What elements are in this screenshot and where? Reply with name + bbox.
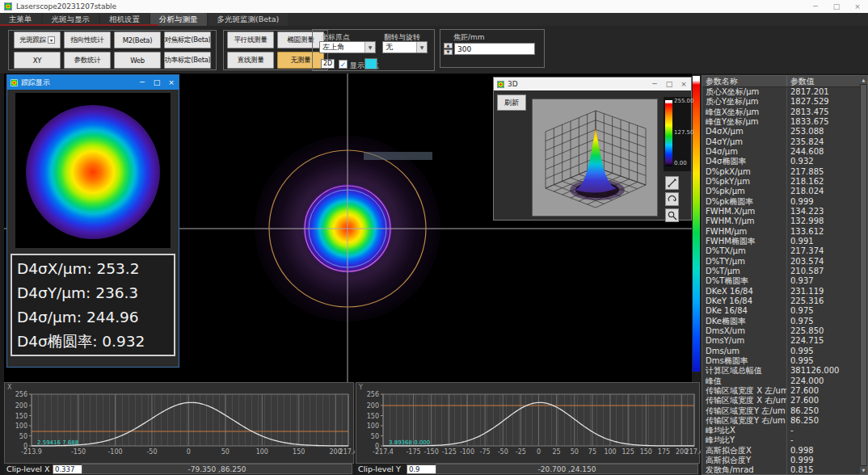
chevron-down-icon[interactable]: ▼ bbox=[364, 42, 375, 53]
clip-status-x: Clip-level X -79.350 ,86.250 bbox=[4, 464, 354, 475]
chevron-down-icon[interactable]: ▾ bbox=[48, 36, 55, 44]
table-row[interactable]: 峰值224.000 bbox=[702, 376, 860, 386]
table-row[interactable]: D4σX/μm253.088 bbox=[702, 127, 860, 137]
table-row[interactable]: DKe 16/840.975 bbox=[702, 306, 860, 316]
table-row[interactable]: 质心X坐标/μm2817.201 bbox=[702, 87, 860, 97]
table-row[interactable]: D4σ/μm244.608 bbox=[702, 147, 860, 157]
three-d-window: 3D ─ □ × 刷新 bbox=[493, 77, 692, 221]
param-value: 381126.000 bbox=[786, 366, 860, 376]
close-icon[interactable]: × bbox=[676, 78, 691, 90]
svg-text:-175: -175 bbox=[406, 448, 420, 456]
table-row[interactable]: DmsY/um224.715 bbox=[702, 336, 860, 346]
measure-button-0[interactable]: 平行线测量 bbox=[227, 32, 274, 48]
analysis-button-1[interactable]: 指向性统计 bbox=[64, 32, 111, 48]
svg-text:200: 200 bbox=[15, 402, 27, 410]
table-row[interactable]: D%pk椭圆率0.999 bbox=[702, 197, 860, 207]
table-row[interactable]: 传输区域宽度Y 右/um86.250 bbox=[702, 416, 860, 426]
pan-tool-button[interactable] bbox=[665, 176, 679, 190]
close-icon[interactable]: × bbox=[164, 75, 179, 90]
table-row[interactable]: DmsX/um225.850 bbox=[702, 326, 860, 336]
refresh-button[interactable]: 刷新 bbox=[497, 95, 526, 111]
analysis-button-5[interactable]: 参数统计 bbox=[64, 52, 111, 69]
table-row[interactable]: D4σ椭圆率0.932 bbox=[702, 157, 860, 166]
table-row[interactable]: D%TX/μm217.374 bbox=[702, 246, 860, 256]
table-row[interactable]: 高斯拟合度X0.998 bbox=[702, 446, 860, 456]
minimize-icon[interactable]: ─ bbox=[805, 0, 826, 13]
profile-chart-x[interactable]: X -213.9-150-100-50050100150200217.42562… bbox=[4, 382, 354, 464]
param-value: 2817.201 bbox=[786, 87, 860, 97]
analysis-button-3[interactable]: 对焦标定(Beta) bbox=[164, 32, 211, 48]
table-row[interactable]: 峰值Y坐标/μm1833.675 bbox=[702, 117, 860, 127]
rotate-tool-button[interactable] bbox=[665, 192, 679, 206]
scroll-up-icon[interactable]: ▲ bbox=[860, 76, 867, 84]
svg-text:100: 100 bbox=[367, 422, 379, 430]
table-row[interactable]: FWHM/μm133.612 bbox=[702, 227, 860, 237]
maximize-icon[interactable]: □ bbox=[662, 78, 676, 90]
tab-4[interactable]: 多光斑监测(Beta) bbox=[209, 13, 289, 26]
origin-select[interactable]: 左上角 ▼ bbox=[319, 41, 376, 53]
table-row[interactable]: FWHM椭圆率0.991 bbox=[702, 237, 860, 246]
table-row[interactable]: 质心Y坐标/μm1827.529 bbox=[702, 97, 860, 107]
param-name: Dms/um bbox=[702, 347, 786, 356]
table-row[interactable]: 峰均比Y- bbox=[702, 435, 860, 445]
table-row[interactable]: FWHM.X/μm134.223 bbox=[702, 207, 860, 216]
table-row[interactable]: D%T椭圆率0.937 bbox=[702, 276, 860, 286]
table-row[interactable]: D%pkY/μm218.162 bbox=[702, 177, 860, 187]
close-icon[interactable]: × bbox=[847, 0, 868, 13]
param-name: 传输区域宽度Y 右/um bbox=[702, 416, 786, 426]
table-row[interactable]: DKeY 16/84225.316 bbox=[702, 296, 860, 306]
scrollbar-thumb[interactable] bbox=[861, 85, 866, 465]
table-row[interactable]: 传输区域宽度 X 右/um27.600 bbox=[702, 396, 860, 406]
tab-3[interactable]: 分析与测量 bbox=[150, 13, 207, 26]
table-row[interactable]: 高斯拟合度Y0.999 bbox=[702, 456, 860, 465]
param-name: 高斯拟合度Y bbox=[702, 456, 786, 465]
table-row[interactable]: D%TY/μm203.574 bbox=[702, 257, 860, 267]
table-row[interactable]: D4σY/μm235.824 bbox=[702, 137, 860, 147]
table-row[interactable]: 峰值X坐标/μm2813.475 bbox=[702, 107, 860, 117]
metric-line-2: D4σ/μm: 244.96 bbox=[17, 305, 169, 330]
table-row[interactable]: DKeX 16/84231.119 bbox=[702, 287, 860, 296]
scroll-down-icon[interactable]: ▼ bbox=[860, 466, 867, 474]
analysis-button-2[interactable]: M2(Beta) bbox=[114, 32, 161, 48]
flip-select[interactable]: 无 ▼ bbox=[382, 41, 428, 53]
table-row[interactable]: 传输区域宽度Y 左/um86.250 bbox=[702, 406, 860, 416]
param-name-header[interactable]: 参数名称 bbox=[702, 76, 786, 86]
profile-chart-y[interactable]: Y -217.4-175-150-125-100-75-50-250255075… bbox=[356, 382, 700, 464]
table-row[interactable]: FWHM.Y/μm132.998 bbox=[702, 216, 860, 226]
svg-text:125: 125 bbox=[622, 448, 634, 456]
beam-icon bbox=[497, 81, 504, 88]
maximize-icon[interactable]: □ bbox=[150, 75, 164, 90]
analysis-button-6[interactable]: Web bbox=[114, 52, 161, 69]
maximize-icon[interactable]: □ bbox=[826, 0, 847, 13]
table-row[interactable]: DKe椭圆率0.975 bbox=[702, 317, 860, 326]
dimension-toggle[interactable]: 2D bbox=[321, 59, 335, 69]
analysis-button-0[interactable]: 光斑跟踪▾ bbox=[14, 32, 61, 48]
table-row[interactable]: Dms/um0.995 bbox=[702, 347, 860, 356]
analysis-button-4[interactable]: XY bbox=[14, 52, 61, 69]
analysis-button-7[interactable]: 功率标定(Beta) bbox=[164, 52, 211, 69]
table-row[interactable]: D%pk/μm218.024 bbox=[702, 187, 860, 196]
table-row[interactable]: D%T/μm210.587 bbox=[702, 267, 860, 276]
tracking-window-titlebar[interactable]: 跟踪显示 ─ □ × bbox=[7, 75, 179, 90]
table-row[interactable]: 峰均比X- bbox=[702, 426, 860, 435]
param-name: FWHM椭圆率 bbox=[702, 237, 786, 246]
focal-spinner[interactable]: ▲▼ bbox=[444, 43, 453, 55]
table-row[interactable]: D%pkX/μm217.885 bbox=[702, 167, 860, 177]
table-row[interactable]: 计算区域总幅值381126.000 bbox=[702, 366, 860, 376]
table-row[interactable]: 传输区域宽度 X 左/um27.600 bbox=[702, 386, 860, 396]
show-origin-checkbox[interactable]: ✓ bbox=[339, 60, 348, 69]
param-name: DKe椭圆率 bbox=[702, 317, 786, 326]
minimize-icon[interactable]: ─ bbox=[647, 78, 662, 90]
table-row[interactable]: Dms椭圆率0.995 bbox=[702, 356, 860, 366]
minimize-icon[interactable]: ─ bbox=[135, 75, 150, 90]
zoom-tool-button[interactable] bbox=[665, 208, 679, 222]
measure-button-2[interactable]: 直线测量 bbox=[227, 52, 274, 69]
chevron-down-icon[interactable]: ▼ bbox=[416, 42, 427, 53]
origin-color-swatch[interactable] bbox=[364, 58, 377, 69]
surface-plot[interactable] bbox=[532, 99, 658, 216]
param-table-scrollbar[interactable]: ▲ ▼ bbox=[860, 76, 867, 474]
three-d-window-titlebar[interactable]: 3D ─ □ × bbox=[494, 78, 691, 90]
table-row[interactable]: 发散角/mrad0.815 bbox=[702, 465, 860, 474]
focal-input[interactable] bbox=[454, 43, 535, 55]
param-value-header[interactable]: 参数值 bbox=[786, 76, 867, 86]
